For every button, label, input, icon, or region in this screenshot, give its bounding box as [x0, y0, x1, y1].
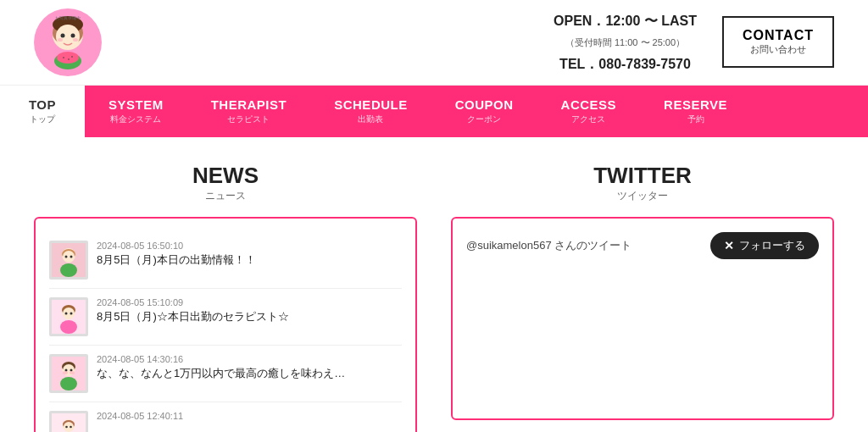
twitter-handle: @suikamelon567 さんのツイート: [466, 238, 632, 253]
svg-point-40: [64, 422, 74, 432]
nav-item-system[interactable]: SYSTEM 料金システム: [85, 86, 187, 137]
nav-main-schedule: SCHEDULE: [334, 97, 408, 112]
news-date-4: 2024-08-05 12:40:11: [97, 411, 402, 421]
twitter-header: @suikamelon567 さんのツイート ✕ フォローする: [466, 232, 819, 259]
nav-main-access: ACCESS: [561, 97, 617, 112]
svg-point-17: [63, 251, 75, 263]
open-info: OPEN．12:00 〜 LAST （受付時間 11:00 〜 25:00） T…: [554, 9, 697, 75]
logo-area: お写真準備中: [34, 8, 102, 76]
open-sub: （受付時間 11:00 〜 25:00）: [565, 37, 685, 47]
svg-point-7: [73, 38, 78, 42]
svg-point-5: [71, 34, 75, 38]
svg-point-41: [65, 426, 68, 429]
twitter-title-block: TWITTER ツイッター: [451, 163, 834, 203]
nav-item-schedule[interactable]: SCHEDULE 出勤表: [310, 86, 431, 137]
svg-point-4: [61, 34, 65, 38]
svg-point-19: [70, 256, 73, 258]
news-text-3: 2024-08-05 14:30:16 な、な、なんと1万円以内で最高の癒しを味…: [97, 354, 402, 381]
news-box: 2024-08-05 16:50:10 8月5日（月)本日の出勤情報！！: [34, 217, 417, 432]
svg-point-6: [58, 38, 63, 42]
news-title-block: NEWS ニュース: [34, 163, 417, 203]
nav-item-coupon[interactable]: COUPON クーポン: [431, 86, 537, 137]
svg-point-34: [63, 371, 68, 374]
svg-point-35: [70, 371, 75, 374]
news-section: NEWS ニュース: [34, 163, 417, 432]
news-date-3: 2024-08-05 14:30:16: [97, 354, 402, 364]
follow-label: フォローする: [739, 238, 805, 253]
news-thumb-4: [49, 411, 88, 432]
nav-sub-therapist: セラピスト: [227, 114, 270, 125]
nav-main-system: SYSTEM: [108, 97, 164, 112]
navigation: TOP トップ SYSTEM 料金システム THERAPIST セラピスト SC…: [0, 86, 868, 137]
header: お写真準備中 OPEN．12:00 〜 LAST （受付時間 11:00 〜 2…: [0, 0, 868, 86]
nav-sub-coupon: クーポン: [467, 114, 501, 125]
news-item-2[interactable]: 2024-08-05 15:10:09 8月5日（月)☆本日出勤のセラピスト☆: [49, 289, 402, 346]
x-icon: ✕: [724, 239, 734, 252]
nav-item-access[interactable]: ACCESS アクセス: [537, 86, 641, 137]
open-hours: OPEN．12:00 〜 LAST: [554, 14, 697, 28]
news-text-1: 2024-08-05 16:50:10 8月5日（月)本日の出勤情報！！: [97, 241, 402, 268]
svg-point-27: [60, 320, 77, 334]
nav-sub-access: アクセス: [571, 114, 605, 125]
news-headline-3: な、な、なんと1万円以内で最高の癒しを味わえ…: [97, 366, 402, 381]
twitter-title-en: TWITTER: [593, 163, 692, 188]
twitter-box: @suikamelon567 さんのツイート ✕ フォローする: [451, 217, 834, 420]
two-column-layout: NEWS ニュース: [34, 163, 834, 432]
nav-sub-schedule: 出勤表: [358, 114, 383, 125]
svg-point-36: [60, 377, 77, 390]
nav-main-top: TOP: [29, 97, 56, 112]
header-right: OPEN．12:00 〜 LAST （受付時間 11:00 〜 25:00） T…: [554, 9, 834, 75]
news-headline-1: 8月5日（月)本日の出勤情報！！: [97, 252, 402, 268]
nav-sub-reserve: 予約: [687, 114, 704, 125]
news-headline-2: 8月5日（月)☆本日出勤のセラピスト☆: [97, 309, 402, 324]
news-date-1: 2024-08-05 16:50:10: [97, 241, 402, 251]
contact-label: CONTACT: [743, 28, 814, 43]
svg-point-25: [65, 313, 68, 315]
nav-main-therapist: THERAPIST: [211, 97, 287, 112]
nav-sub-system: 料金システム: [110, 114, 161, 125]
logo-image: お写真準備中: [34, 8, 102, 76]
tel-number: TEL．080-7839-7570: [559, 57, 691, 71]
svg-point-10: [63, 57, 64, 58]
news-thumb-1: [49, 241, 88, 280]
svg-point-11: [68, 58, 70, 60]
svg-point-12: [71, 56, 73, 58]
svg-point-42: [70, 426, 72, 429]
news-item-3[interactable]: 2024-08-05 14:30:16 な、な、なんと1万円以内で最高の癒しを味…: [49, 346, 402, 402]
contact-button[interactable]: CONTACT お問い合わせ: [722, 16, 834, 68]
svg-point-18: [65, 256, 68, 258]
svg-point-20: [60, 263, 77, 277]
svg-text:お写真準備中: お写真準備中: [55, 15, 81, 20]
news-item-4[interactable]: 2024-08-05 12:40:11: [49, 402, 402, 432]
svg-point-9: [57, 52, 79, 64]
follow-button[interactable]: ✕ フォローする: [710, 232, 819, 259]
svg-point-24: [63, 307, 75, 319]
nav-main-reserve: RESERVE: [664, 97, 727, 112]
news-title-jp: ニュース: [34, 189, 417, 203]
main-content: NEWS ニュース: [0, 137, 868, 432]
news-thumb-3: [49, 354, 88, 393]
nav-item-reserve[interactable]: RESERVE 予約: [640, 86, 751, 137]
news-thumb-2: [49, 297, 88, 336]
news-text-4: 2024-08-05 12:40:11: [97, 411, 402, 421]
svg-point-26: [70, 313, 73, 315]
news-item-1[interactable]: 2024-08-05 16:50:10 8月5日（月)本日の出勤情報！！: [49, 232, 402, 289]
news-date-2: 2024-08-05 15:10:09: [97, 297, 402, 307]
nav-item-therapist[interactable]: THERAPIST セラピスト: [187, 86, 311, 137]
nav-main-coupon: COUPON: [455, 97, 514, 112]
nav-item-top[interactable]: TOP トップ: [0, 86, 85, 137]
twitter-title-jp: ツイッター: [451, 189, 834, 203]
news-title-en: NEWS: [192, 163, 259, 188]
news-text-2: 2024-08-05 15:10:09 8月5日（月)☆本日出勤のセラピスト☆: [97, 297, 402, 324]
nav-sub-top: トップ: [30, 114, 55, 125]
contact-sub: お問い合わせ: [743, 43, 814, 56]
twitter-section: TWITTER ツイッター @suikamelon567 さんのツイート ✕ フ…: [451, 163, 834, 432]
